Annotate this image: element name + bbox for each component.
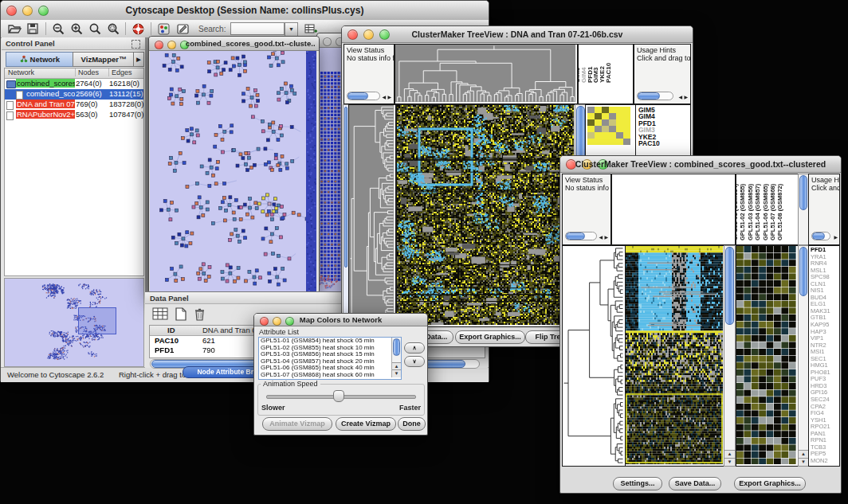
scroll-left-arrow[interactable]: ◀	[678, 93, 682, 101]
window-controls[interactable]	[155, 41, 189, 49]
scroll-right-arrow[interactable]: ▶	[604, 233, 608, 241]
scroll-right-arrow[interactable]: ▶	[684, 93, 688, 101]
save-icon[interactable]	[26, 22, 39, 35]
col-id[interactable]: ID	[167, 326, 175, 334]
matrix-cell[interactable]	[616, 113, 623, 119]
matrix-cell[interactable]	[602, 126, 609, 132]
network-table-row[interactable]: combined_scores2764(0)16218(0)	[5, 79, 143, 89]
matrix-cell[interactable]	[602, 119, 609, 126]
matrix-cell[interactable]	[595, 107, 602, 113]
tv1-heatmap[interactable]	[396, 104, 576, 327]
tv2-hints-hscrollbar[interactable]	[811, 232, 830, 240]
tv1-export-graphics-button[interactable]: Export Graphics...	[455, 330, 525, 344]
matrix-cell[interactable]	[587, 119, 595, 126]
scroll-left-arrow[interactable]: ◀	[599, 233, 603, 241]
scroll-down-arrow[interactable]: ▼	[392, 369, 401, 377]
matrix-cell[interactable]	[623, 132, 630, 139]
tv2-row-dendrogram[interactable]	[562, 245, 626, 467]
create-vizmap-button[interactable]: Create Vizmap	[336, 417, 396, 431]
attribute-list[interactable]: GPL51-01 (GSM854) heat shock 05 minGPL51…	[258, 337, 402, 380]
scroll-left-arrow[interactable]: ◀	[382, 93, 386, 101]
matrix-cell[interactable]	[616, 107, 623, 113]
zoom-in-icon[interactable]	[70, 22, 84, 36]
tab-overflow-arrow[interactable]: ▶	[133, 52, 144, 67]
scroll-up-arrow[interactable]: ▲	[724, 450, 735, 458]
matrix-cell[interactable]	[623, 119, 630, 126]
tv1-status-hscrollbar[interactable]	[347, 92, 380, 100]
matrix-cell[interactable]	[609, 139, 616, 145]
matrix-cell[interactable]	[587, 113, 595, 119]
matrix-cell[interactable]	[595, 119, 602, 126]
treeview2-titlebar[interactable]: ClusterMaker TreeView : combined_scores_…	[560, 156, 841, 173]
matrix-cell[interactable]	[587, 126, 595, 132]
tv1-hints-hscrollbar[interactable]	[637, 92, 673, 100]
annotation-icon[interactable]	[176, 22, 190, 36]
attribute-list-item[interactable]: GPL51-07 (GSM868) heat shock 60 min	[261, 372, 401, 379]
move-down-button[interactable]: ∨	[404, 356, 425, 367]
tv1-column-dendrogram[interactable]	[395, 44, 578, 104]
network-name[interactable]: RNAPuberNov2+	[16, 110, 75, 119]
matrix-cell[interactable]	[616, 139, 623, 145]
tv2-zoom-panel[interactable]	[736, 245, 799, 467]
dialog-titlebar[interactable]: Map Colors to Network	[254, 314, 427, 326]
open-folder-icon[interactable]	[7, 22, 22, 35]
matrix-cell[interactable]	[587, 107, 595, 113]
attribute-list-vscrollbar[interactable]: ▲ ▼	[391, 338, 401, 377]
col-edges[interactable]: Edges	[108, 68, 132, 76]
tv2-heatmap[interactable]	[625, 245, 725, 467]
col-network[interactable]: Network	[8, 68, 34, 76]
zoom-out-icon[interactable]	[52, 22, 65, 36]
network-name[interactable]: combined_sco	[26, 89, 75, 98]
scroll-down-arrow[interactable]: ▼	[724, 458, 735, 466]
treeview1-titlebar[interactable]: ClusterMaker TreeView : DNA and Tran 07-…	[342, 26, 693, 43]
tv2-save-data-button[interactable]: Save Data...	[669, 477, 721, 490]
matrix-cell[interactable]	[609, 107, 616, 113]
matrix-cell[interactable]	[595, 113, 602, 119]
table-grid-icon[interactable]	[151, 307, 169, 322]
birdseye-viewport-rect[interactable]	[78, 307, 116, 334]
tv2-collabel-vscrollbar[interactable]	[798, 174, 809, 245]
search-dropdown-button[interactable]: ▼	[285, 22, 298, 37]
vizmapper-icon[interactable]	[157, 22, 171, 36]
main-titlebar[interactable]: Cytoscape Desktop (Session Name: collins…	[1, 1, 489, 21]
tv2-zoom-vscrollbar[interactable]: ▲ ▼	[798, 245, 809, 467]
network-table-row[interactable]: RNAPuberNov2+563(0)107847(0)	[5, 110, 143, 120]
scroll-right-arrow[interactable]: ▶	[834, 233, 838, 241]
tv2-heatmap-vscrollbar[interactable]: ▲ ▼	[724, 245, 736, 467]
matrix-cell[interactable]	[602, 113, 609, 119]
network-name[interactable]: combined_scores	[16, 79, 75, 88]
tv2-settings-button[interactable]: Settings...	[613, 477, 662, 490]
float-panel-icon[interactable]	[132, 40, 140, 49]
scroll-right-arrow[interactable]: ▶	[387, 93, 391, 101]
matrix-cell[interactable]	[609, 113, 616, 119]
matrix-cell[interactable]	[616, 119, 623, 126]
matrix-cell[interactable]	[609, 119, 616, 126]
birdseye-panel[interactable]	[4, 278, 144, 367]
matrix-cell[interactable]	[595, 139, 602, 145]
matrix-cell[interactable]	[602, 139, 609, 145]
trash-icon[interactable]	[193, 307, 206, 322]
matrix-cell[interactable]	[609, 126, 616, 132]
tv2-column-dendrogram-area[interactable]	[611, 174, 736, 245]
scroll-down-arrow[interactable]: ▼	[799, 458, 808, 466]
help-lifering-icon[interactable]	[132, 22, 145, 36]
matrix-cell[interactable]	[595, 132, 602, 139]
network-table-row[interactable]: combined_sco2569(6)13112(15)	[5, 89, 143, 100]
network-canvas-1[interactable]	[150, 51, 316, 291]
animate-vizmap-button[interactable]: Animate Vizmap	[262, 417, 332, 431]
speed-slider-thumb[interactable]	[333, 390, 344, 402]
matrix-cell[interactable]	[623, 113, 630, 119]
scroll-up-arrow[interactable]: ▲	[799, 450, 808, 458]
matrix-cell[interactable]	[616, 126, 623, 132]
tv1-zoom-matrix[interactable]	[587, 107, 630, 145]
matrix-cell[interactable]	[623, 126, 630, 132]
attribute-table-icon[interactable]	[304, 22, 318, 36]
zoom-selected-icon[interactable]	[107, 22, 120, 36]
zoom-fit-icon[interactable]	[88, 22, 102, 36]
move-up-button[interactable]: ∧	[404, 342, 425, 354]
matrix-cell[interactable]	[616, 132, 623, 139]
matrix-cell[interactable]	[602, 132, 609, 139]
matrix-cell[interactable]	[609, 132, 616, 139]
matrix-cell[interactable]	[587, 139, 595, 145]
tv2-export-graphics-button[interactable]: Export Graphics...	[734, 477, 806, 490]
